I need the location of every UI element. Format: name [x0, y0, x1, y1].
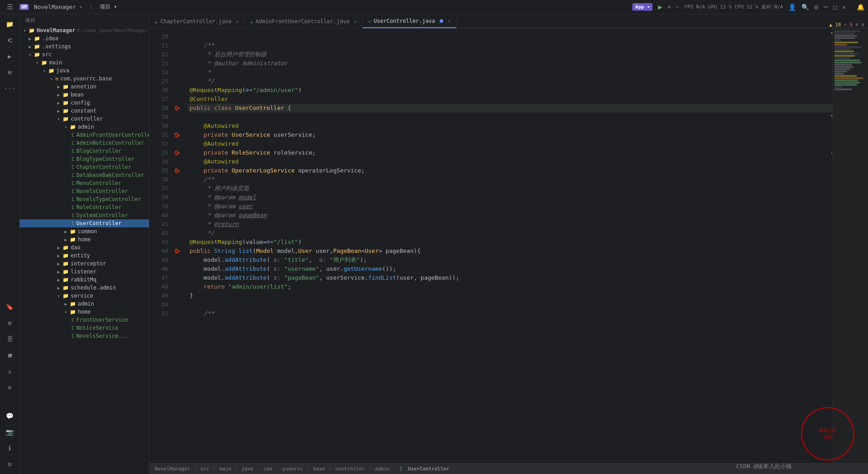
breadcrumb-file[interactable]: UserController: [408, 466, 449, 472]
tree-item-idea[interactable]: ▶ 📁 .idea: [20, 34, 149, 42]
code-line-23: * @author Administrator: [188, 59, 832, 68]
tree-item-common[interactable]: ▶ 📁 common: [20, 227, 149, 235]
tree-item-src[interactable]: ▾ 📁 src: [20, 50, 149, 59]
tab-label: ChapterController.java: [161, 18, 232, 25]
tree-item-dao[interactable]: ▶ 📁 dao: [20, 243, 149, 252]
files-icon[interactable]: 📁: [4, 18, 16, 30]
hamburger-icon[interactable]: ☰: [4, 1, 16, 13]
tab-close-icon[interactable]: ✕: [236, 19, 239, 25]
feedback-icon[interactable]: 💬: [4, 410, 16, 422]
maximize-icon[interactable]: □: [833, 4, 837, 11]
tree-item-entity[interactable]: ▶ 📁 entity: [20, 252, 149, 260]
tree-item-NovelsService[interactable]: C NovelsService...: [20, 332, 149, 340]
code-editor[interactable]: 20 21 22 23 24 25 26 27 28 29 30 31 32 3…: [149, 29, 868, 463]
controller-icon: C: [72, 205, 75, 210]
tree-item-rabbitMq[interactable]: ▶ 📁 rabbitMq: [20, 276, 149, 284]
tree-item-bean[interactable]: ▶ 📁 bean: [20, 91, 149, 99]
dots-icon[interactable]: ···: [4, 82, 16, 95]
collapse-icon[interactable]: ∨: [861, 21, 864, 28]
item-label: main: [49, 59, 62, 66]
tree-item-listener[interactable]: ▶ 📁 listener: [20, 268, 149, 276]
minimize-icon[interactable]: ─: [823, 3, 828, 11]
tree-item-service-home[interactable]: ▾ 📁 home: [20, 308, 149, 316]
expand-icon[interactable]: ∧: [855, 21, 859, 28]
code-line-27: @Controller: [188, 95, 832, 104]
tree-item-BlogController[interactable]: C BlogController: [20, 147, 149, 155]
tree-item-DatabaseBakController[interactable]: C DatabaseBakController: [20, 171, 149, 179]
breadcrumb-root[interactable]: NovelManager: [155, 466, 190, 472]
tab-usercontroller[interactable]: ☕ UserController.java ✕: [363, 15, 457, 28]
item-label: BlogController: [76, 148, 122, 154]
info-icon[interactable]: ℹ: [4, 442, 16, 454]
tree-item-settings[interactable]: ▶ 📁 .settings: [20, 42, 149, 50]
breadcrumb-admin[interactable]: admin: [375, 466, 390, 472]
user-icon[interactable]: 👤: [788, 4, 796, 11]
tree-item-NovelsTypeController[interactable]: C NovelsTypeController: [20, 195, 149, 203]
tree-item-java[interactable]: ▾ 📁 java: [20, 67, 149, 75]
tree-item-interceptor[interactable]: ▶ 📁 interceptor: [20, 260, 149, 268]
m-icon[interactable]: m: [4, 349, 16, 361]
tab-adminfrontuser[interactable]: ☕ AdminFrontUserController.java ✕: [245, 15, 363, 28]
tree-item-config[interactable]: ▶ 📁 config: [20, 99, 149, 107]
tree-item-service-admin[interactable]: ▶ 📁 admin: [20, 300, 149, 308]
settings-icon[interactable]: ⚙: [668, 4, 671, 10]
align-icon[interactable]: ≡: [4, 381, 16, 394]
breadcrumb-com[interactable]: com: [263, 466, 272, 472]
tree-item-constant[interactable]: ▶ 📁 constant: [20, 107, 149, 115]
tree-item-ChapterController[interactable]: C ChapterController: [20, 163, 149, 171]
terminal-icon[interactable]: ⊞: [4, 317, 16, 329]
controller-icon: C: [72, 156, 75, 162]
tab-close-icon[interactable]: ✕: [354, 19, 357, 25]
tree-item-main[interactable]: ▾ 📁 main: [20, 59, 149, 67]
tree-item-schedule[interactable]: ▶ 📁 schedule.admin: [20, 284, 149, 292]
minimap[interactable]: [832, 29, 868, 463]
menu-label[interactable]: 项目 ▾: [100, 3, 117, 11]
camera-icon[interactable]: 📷: [4, 426, 16, 438]
close-icon[interactable]: ✕: [843, 4, 846, 11]
settings2-icon[interactable]: ⚙: [814, 4, 818, 11]
tree-item-SystemController[interactable]: C SystemController: [20, 211, 149, 219]
git-icon[interactable]: ⑆: [4, 34, 16, 46]
item-label: java: [56, 67, 69, 74]
search-icon[interactable]: 🔍: [801, 4, 809, 11]
tree-item-AdminNoticeController[interactable]: C AdminNoticeController: [20, 139, 149, 147]
breadcrumb-yuanrrc[interactable]: yuanrrc: [282, 466, 303, 472]
breadcrumb-main[interactable]: main: [220, 466, 232, 472]
tree-root[interactable]: ▾ 📁 NovelManager E:\idea_space\NovelMana…: [20, 26, 149, 34]
breadcrumb-java[interactable]: java: [241, 466, 254, 472]
app-dropdown-icon[interactable]: ▾: [80, 4, 82, 9]
tree-item-controller[interactable]: ▾ 📁 controller: [20, 115, 149, 123]
tree-item-NoticeService[interactable]: C NoticeService: [20, 324, 149, 332]
tree-item-MenuController[interactable]: C MenuController: [20, 179, 149, 187]
database-icon[interactable]: 🗄: [4, 333, 16, 345]
tree-item-base-package[interactable]: ▾ ⊞ com.yuanrrc.base: [20, 75, 149, 83]
tree-item-UserController[interactable]: C UserController: [20, 219, 149, 227]
code-line-30: @Autowired: [188, 122, 832, 130]
warning-side-icon[interactable]: ⚠: [4, 365, 16, 378]
bookmark-icon[interactable]: 🔖: [4, 301, 16, 313]
tree-item-admin-folder[interactable]: ▾ 📁 admin: [20, 123, 149, 131]
run-debug-icon[interactable]: ▶: [4, 50, 16, 63]
tree-item-service[interactable]: ▾ 📁 service: [20, 292, 149, 300]
breadcrumb-src[interactable]: src: [200, 466, 209, 472]
tree-item-BlogTypeController[interactable]: C BlogTypeController: [20, 155, 149, 163]
app-button[interactable]: App ▾: [632, 3, 652, 11]
tree-item-home-ctrl[interactable]: ▶ 📁 home: [20, 235, 149, 243]
tree-item-RoleController[interactable]: C RoleController: [20, 203, 149, 211]
run-icon[interactable]: ▶: [658, 3, 662, 11]
tab-chapter[interactable]: ☕ ChapterController.java ✕: [149, 15, 245, 28]
tree-arrow: ▶: [57, 109, 63, 113]
plugins-icon[interactable]: ⊞: [4, 66, 16, 79]
tree-item-NovelsController[interactable]: C NovelsController: [20, 187, 149, 195]
breadcrumb-controller[interactable]: controller: [335, 466, 364, 472]
gear-icon[interactable]: ⚙: [4, 458, 16, 470]
more-icon[interactable]: ⋯: [676, 4, 679, 10]
breadcrumb-base[interactable]: base: [313, 466, 325, 472]
tree-item-AdminFrontUserController[interactable]: C AdminFrontUserController: [20, 131, 149, 139]
tab-close-icon[interactable]: ✕: [448, 18, 451, 24]
tree-item-annotion[interactable]: ▶ 📁 annotion: [20, 83, 149, 91]
item-label: .settings: [42, 43, 71, 50]
notification-icon[interactable]: 🔔: [857, 4, 864, 11]
code-content[interactable]: /** * 后台用户管理控制器 * @author Administrator …: [182, 29, 832, 463]
tree-item-FrontUserService[interactable]: C FrontUserService: [20, 316, 149, 324]
